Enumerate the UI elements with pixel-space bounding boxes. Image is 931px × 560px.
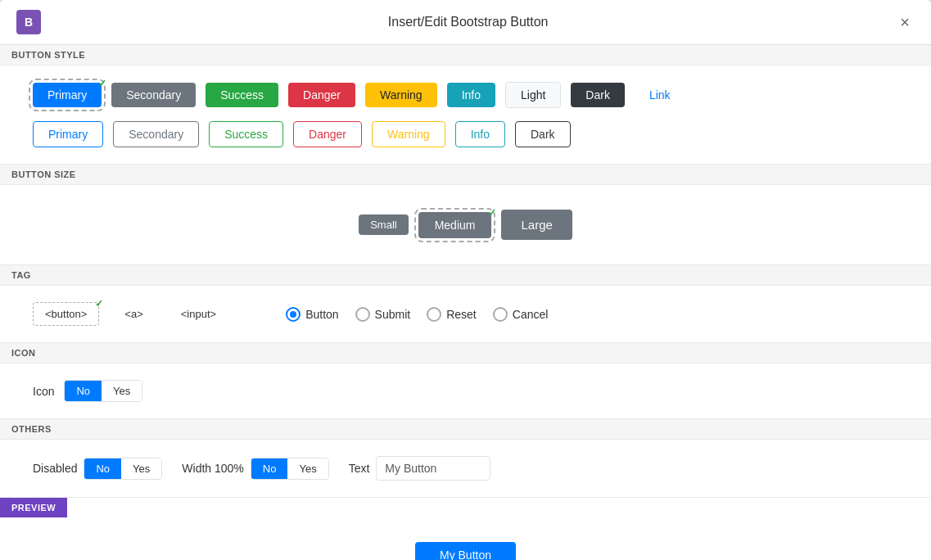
btn-light[interactable]: Light: [505, 82, 561, 108]
tag-section: TAG <button>✓ <a> <input>: [0, 265, 931, 343]
width-label: Width 100%: [182, 462, 243, 475]
radio-button-inner: [290, 311, 296, 318]
disabled-no-btn[interactable]: No: [84, 458, 121, 479]
dialog: B Insert/Edit Bootstrap Button × BUTTON …: [0, 0, 931, 560]
radio-submit-label: Submit: [375, 308, 411, 321]
icon-label: ICON: [0, 343, 931, 364]
icon-field-label: Icon: [33, 385, 54, 398]
disabled-yes-btn[interactable]: Yes: [121, 458, 161, 479]
tag-button[interactable]: <button>✓: [33, 302, 99, 326]
preview-label-wrapper: PREVIEW: [0, 498, 931, 517]
width-no-btn[interactable]: No: [251, 458, 288, 479]
btn-dark[interactable]: Dark: [571, 83, 625, 107]
dialog-header-left: B: [16, 10, 41, 34]
radio-submit[interactable]: Submit: [355, 307, 411, 322]
btn-outline-secondary[interactable]: Secondary: [113, 121, 199, 147]
icon-content: Icon No Yes: [0, 364, 931, 418]
button-style-section: BUTTON STYLE Primary✓ Secondary Success …: [0, 45, 931, 165]
bootstrap-logo: B: [16, 10, 41, 34]
others-section: OTHERS Disabled No Yes Width 100% No: [0, 419, 931, 498]
preview-section: PREVIEW My Button: [0, 498, 931, 560]
btn-success[interactable]: Success: [206, 83, 278, 107]
radio-cancel-label: Cancel: [513, 308, 549, 321]
radio-reset[interactable]: Reset: [427, 307, 477, 322]
radio-cancel[interactable]: Cancel: [493, 307, 549, 322]
close-button[interactable]: ×: [895, 11, 915, 34]
icon-yes-btn[interactable]: Yes: [102, 381, 142, 401]
dialog-header: B Insert/Edit Bootstrap Button ×: [0, 0, 931, 45]
medium-checkmark: ✓: [488, 207, 496, 219]
width-toggle-group: No Yes: [251, 458, 329, 480]
tag-content: <button>✓ <a> <input> Button: [0, 286, 931, 342]
radio-reset-label: Reset: [446, 308, 477, 321]
tag-row: <button>✓ <a> <input> Button: [33, 302, 898, 326]
btn-outline-info[interactable]: Info: [455, 121, 505, 147]
btn-outline-danger[interactable]: Danger: [293, 121, 362, 147]
disabled-label: Disabled: [33, 462, 77, 475]
solid-buttons-row: Primary✓ Secondary Success Danger Warnin…: [33, 82, 898, 108]
tag-input[interactable]: <input>: [169, 302, 228, 326]
tag-options: <button>✓ <a> <input>: [33, 302, 228, 326]
button-size-content: Small Medium✓ Large: [0, 185, 931, 264]
width-yes-btn[interactable]: Yes: [287, 458, 328, 479]
radio-group: Button Submit Reset Cancel: [286, 307, 548, 322]
btn-link[interactable]: Link: [635, 83, 685, 107]
preview-content: My Button: [0, 517, 931, 560]
text-label: Text: [349, 462, 370, 475]
others-row: Disabled No Yes Width 100% No Yes: [33, 456, 898, 481]
others-content: Disabled No Yes Width 100% No Yes: [0, 440, 931, 497]
button-size-section: BUTTON SIZE Small Medium✓ Large: [0, 165, 931, 265]
disabled-item: Disabled No Yes: [33, 458, 162, 480]
radio-reset-circle: [427, 307, 441, 322]
icon-section: ICON Icon No Yes: [0, 343, 931, 419]
radio-button-label: Button: [305, 308, 338, 321]
btn-primary[interactable]: Primary✓: [33, 83, 102, 107]
tag-label: TAG: [0, 265, 931, 286]
others-label: OTHERS: [0, 419, 931, 440]
btn-info[interactable]: Info: [447, 83, 495, 107]
preview-label: PREVIEW: [0, 498, 67, 517]
btn-outline-success[interactable]: Success: [209, 121, 283, 147]
tag-a[interactable]: <a>: [112, 302, 155, 326]
dialog-title: Insert/Edit Bootstrap Button: [41, 15, 895, 29]
button-style-content: Primary✓ Secondary Success Danger Warnin…: [0, 65, 931, 164]
btn-size-large[interactable]: Large: [501, 210, 572, 240]
outline-buttons-row: Primary Secondary Success Danger Warning…: [33, 121, 898, 147]
btn-size-medium[interactable]: Medium✓: [418, 212, 492, 238]
icon-no-btn[interactable]: No: [65, 381, 102, 401]
button-size-label: BUTTON SIZE: [0, 165, 931, 185]
preview-button[interactable]: My Button: [415, 542, 516, 560]
btn-warning[interactable]: Warning: [365, 83, 437, 107]
btn-outline-primary[interactable]: Primary: [33, 121, 103, 147]
btn-size-small[interactable]: Small: [359, 215, 409, 235]
btn-outline-dark[interactable]: Dark: [515, 121, 571, 147]
disabled-toggle-group: No Yes: [84, 458, 162, 480]
icon-row: Icon No Yes: [33, 380, 898, 402]
primary-checkmark: ✓: [98, 78, 106, 89]
text-item: Text: [349, 456, 491, 481]
btn-secondary[interactable]: Secondary: [111, 83, 196, 107]
button-style-label: BUTTON STYLE: [0, 45, 931, 65]
width-item: Width 100% No Yes: [182, 458, 328, 480]
button-tag-checkmark: ✓: [95, 298, 103, 309]
radio-submit-circle: [355, 307, 370, 322]
text-input[interactable]: [376, 456, 490, 481]
btn-outline-warning[interactable]: Warning: [372, 121, 445, 147]
icon-toggle-group: No Yes: [64, 380, 142, 402]
radio-button-circle: [286, 307, 301, 322]
size-buttons-row: Small Medium✓ Large: [33, 201, 898, 248]
dialog-body: BUTTON STYLE Primary✓ Secondary Success …: [0, 45, 931, 560]
radio-button[interactable]: Button: [286, 307, 338, 322]
radio-cancel-circle: [493, 307, 508, 322]
btn-danger[interactable]: Danger: [288, 83, 355, 107]
